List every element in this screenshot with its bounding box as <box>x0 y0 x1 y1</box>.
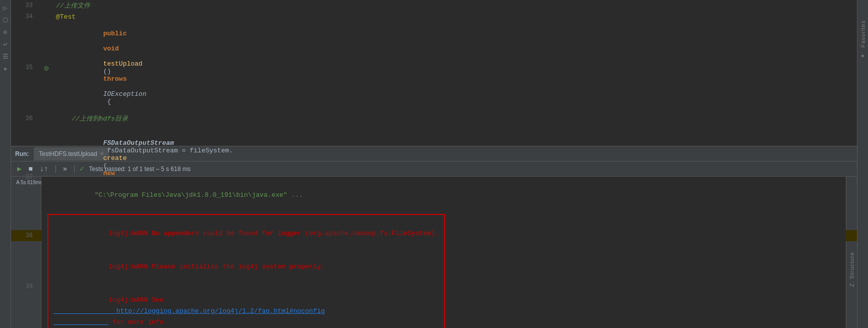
console-warn3: log4j:WARN See http://logging.apache.org… <box>53 284 439 328</box>
comment-36: //上传到hdfs目录 <box>56 115 128 123</box>
annotation-34: @Test <box>56 13 76 21</box>
line-content-35: public void testUpload () throws IOExcep… <box>54 22 857 113</box>
comment-33: //上传文件 <box>56 2 90 10</box>
kw-void: void <box>103 45 119 52</box>
method-create: create <box>103 154 127 162</box>
sp-37b: ( <box>103 162 107 170</box>
kw-public: public <box>103 30 127 37</box>
type-ioexception: IOException <box>103 90 147 98</box>
sidebar-back-icon[interactable]: ↩ <box>3 38 9 50</box>
method-testupload: testUpload <box>103 60 143 68</box>
left-sidebar: ▷ ⬡ ⊙ ↩ ☰ ★ <box>0 0 11 328</box>
line-num-37: 37 <box>11 174 39 181</box>
kw-new-37: new <box>103 170 115 177</box>
sp4 <box>103 83 107 90</box>
console-warn1: log4j:WARN No appenders could be found f… <box>53 217 439 250</box>
console-warn2: log4j:WARN Please initialize the log4j s… <box>53 250 439 284</box>
line-num-39: 39 <box>11 283 39 290</box>
sp2 <box>103 52 107 60</box>
favorites-label: Favorites <box>860 20 866 47</box>
sp5: { <box>103 98 111 105</box>
code-line-35: 35 ◎ public void testUpload () throws IO… <box>11 22 857 113</box>
line-content-34: @Test <box>54 13 857 21</box>
sidebar-hex-icon[interactable]: ⬡ <box>2 14 9 26</box>
sidebar-camera-icon[interactable]: ⊙ <box>3 26 9 38</box>
code-line-33: 33 //上传文件 <box>11 0 857 11</box>
type-fsdataoutputstream: FSDataOutputStream <box>103 139 174 147</box>
favorites-bar: Favorites ★ <box>857 0 868 328</box>
gutter-35[interactable]: ◎ <box>39 64 54 72</box>
console-warn3-link[interactable]: http://logging.apache.org/log4j/1.2/faq.… <box>53 307 325 326</box>
line-num-33: 33 <box>11 2 39 9</box>
favorites-pin-icon[interactable]: ★ <box>861 51 865 60</box>
structure-label: Z: Structure <box>849 252 855 287</box>
line-content-33: //上传文件 <box>54 1 857 10</box>
line-num-35: 35 <box>11 64 39 71</box>
main-content: 33 //上传文件 34 @Test 35 ◎ public <box>11 0 857 328</box>
sidebar-run-icon[interactable]: ▷ <box>3 2 9 14</box>
line-num-34: 34 <box>11 13 39 20</box>
line-num-38: 38 <box>11 232 39 239</box>
kw-throws: throws <box>103 75 127 83</box>
sidebar-star-icon[interactable]: ★ <box>3 63 9 75</box>
sp3: () <box>103 68 115 75</box>
sp-indent-37 <box>103 132 135 139</box>
line-content-36: //上传到hdfs目录 <box>54 114 857 123</box>
code-line-36: 36 //上传到hdfs目录 <box>11 113 857 124</box>
line-num-36: 36 <box>11 115 39 122</box>
warn-box: log4j:WARN No appenders could be found f… <box>47 214 445 328</box>
sp-37a: fsDataOutputStream = fileSystem. <box>103 147 233 154</box>
code-line-34: 34 @Test <box>11 11 857 22</box>
sidebar-menu-icon[interactable]: ☰ <box>2 50 10 63</box>
sp1 <box>103 37 107 45</box>
code-editor: 33 //上传文件 34 @Test 35 ◎ public <box>11 0 857 146</box>
run-content: A 5s 619ms "C:\Program Files\Java\jdk1.8… <box>11 177 857 328</box>
console-line-java: "C:\Program Files\Java\jdk1.8.0_191\bin\… <box>47 179 840 212</box>
console-output: "C:\Program Files\Java\jdk1.8.0_191\bin\… <box>41 177 846 328</box>
